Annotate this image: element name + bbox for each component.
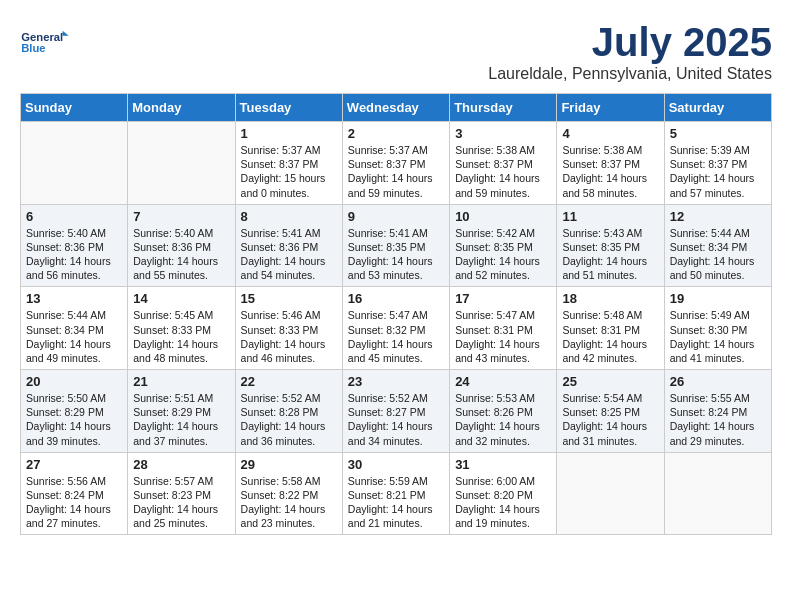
calendar-cell: 29Sunrise: 5:58 AMSunset: 8:22 PMDayligh… — [235, 452, 342, 535]
day-number: 3 — [455, 126, 551, 141]
day-number: 17 — [455, 291, 551, 306]
cell-sunrise: Sunrise: 5:56 AMSunset: 8:24 PMDaylight:… — [26, 475, 111, 530]
day-number: 4 — [562, 126, 658, 141]
calendar-cell: 15Sunrise: 5:46 AMSunset: 8:33 PMDayligh… — [235, 287, 342, 370]
day-number: 14 — [133, 291, 229, 306]
cell-sunrise: Sunrise: 6:00 AMSunset: 8:20 PMDaylight:… — [455, 475, 540, 530]
cell-sunrise: Sunrise: 5:41 AMSunset: 8:36 PMDaylight:… — [241, 227, 326, 282]
calendar-cell: 9Sunrise: 5:41 AMSunset: 8:35 PMDaylight… — [342, 204, 449, 287]
calendar-week-3: 13Sunrise: 5:44 AMSunset: 8:34 PMDayligh… — [21, 287, 772, 370]
calendar-cell: 23Sunrise: 5:52 AMSunset: 8:27 PMDayligh… — [342, 370, 449, 453]
day-number: 10 — [455, 209, 551, 224]
cell-sunrise: Sunrise: 5:48 AMSunset: 8:31 PMDaylight:… — [562, 309, 647, 364]
cell-sunrise: Sunrise: 5:46 AMSunset: 8:33 PMDaylight:… — [241, 309, 326, 364]
day-number: 29 — [241, 457, 337, 472]
day-number: 8 — [241, 209, 337, 224]
day-number: 12 — [670, 209, 766, 224]
calendar-cell: 18Sunrise: 5:48 AMSunset: 8:31 PMDayligh… — [557, 287, 664, 370]
calendar-cell: 14Sunrise: 5:45 AMSunset: 8:33 PMDayligh… — [128, 287, 235, 370]
cell-sunrise: Sunrise: 5:53 AMSunset: 8:26 PMDaylight:… — [455, 392, 540, 447]
cell-sunrise: Sunrise: 5:47 AMSunset: 8:32 PMDaylight:… — [348, 309, 433, 364]
day-number: 5 — [670, 126, 766, 141]
logo: General Blue — [20, 20, 70, 65]
calendar-cell: 1Sunrise: 5:37 AMSunset: 8:37 PMDaylight… — [235, 122, 342, 205]
day-number: 7 — [133, 209, 229, 224]
day-number: 18 — [562, 291, 658, 306]
calendar-week-2: 6Sunrise: 5:40 AMSunset: 8:36 PMDaylight… — [21, 204, 772, 287]
day-number: 24 — [455, 374, 551, 389]
calendar-cell: 3Sunrise: 5:38 AMSunset: 8:37 PMDaylight… — [450, 122, 557, 205]
cell-sunrise: Sunrise: 5:37 AMSunset: 8:37 PMDaylight:… — [348, 144, 433, 199]
calendar-cell: 20Sunrise: 5:50 AMSunset: 8:29 PMDayligh… — [21, 370, 128, 453]
calendar-cell: 13Sunrise: 5:44 AMSunset: 8:34 PMDayligh… — [21, 287, 128, 370]
day-number: 28 — [133, 457, 229, 472]
cell-sunrise: Sunrise: 5:47 AMSunset: 8:31 PMDaylight:… — [455, 309, 540, 364]
cell-sunrise: Sunrise: 5:55 AMSunset: 8:24 PMDaylight:… — [670, 392, 755, 447]
calendar-cell: 4Sunrise: 5:38 AMSunset: 8:37 PMDaylight… — [557, 122, 664, 205]
day-number: 25 — [562, 374, 658, 389]
cell-sunrise: Sunrise: 5:45 AMSunset: 8:33 PMDaylight:… — [133, 309, 218, 364]
day-number: 30 — [348, 457, 444, 472]
day-number: 31 — [455, 457, 551, 472]
month-title: July 2025 — [488, 20, 772, 65]
weekday-header-friday: Friday — [557, 94, 664, 122]
calendar-cell: 12Sunrise: 5:44 AMSunset: 8:34 PMDayligh… — [664, 204, 771, 287]
calendar-cell: 10Sunrise: 5:42 AMSunset: 8:35 PMDayligh… — [450, 204, 557, 287]
cell-sunrise: Sunrise: 5:50 AMSunset: 8:29 PMDaylight:… — [26, 392, 111, 447]
calendar-cell — [664, 452, 771, 535]
cell-sunrise: Sunrise: 5:44 AMSunset: 8:34 PMDaylight:… — [670, 227, 755, 282]
day-number: 27 — [26, 457, 122, 472]
day-number: 6 — [26, 209, 122, 224]
weekday-header-sunday: Sunday — [21, 94, 128, 122]
day-number: 21 — [133, 374, 229, 389]
calendar-cell: 2Sunrise: 5:37 AMSunset: 8:37 PMDaylight… — [342, 122, 449, 205]
calendar-cell: 16Sunrise: 5:47 AMSunset: 8:32 PMDayligh… — [342, 287, 449, 370]
cell-sunrise: Sunrise: 5:40 AMSunset: 8:36 PMDaylight:… — [26, 227, 111, 282]
cell-sunrise: Sunrise: 5:41 AMSunset: 8:35 PMDaylight:… — [348, 227, 433, 282]
cell-sunrise: Sunrise: 5:52 AMSunset: 8:27 PMDaylight:… — [348, 392, 433, 447]
calendar-cell: 19Sunrise: 5:49 AMSunset: 8:30 PMDayligh… — [664, 287, 771, 370]
page-header: General Blue July 2025 Laureldale, Penns… — [20, 20, 772, 83]
svg-text:General: General — [21, 31, 63, 43]
day-number: 15 — [241, 291, 337, 306]
cell-sunrise: Sunrise: 5:40 AMSunset: 8:36 PMDaylight:… — [133, 227, 218, 282]
calendar-week-5: 27Sunrise: 5:56 AMSunset: 8:24 PMDayligh… — [21, 452, 772, 535]
calendar-cell: 27Sunrise: 5:56 AMSunset: 8:24 PMDayligh… — [21, 452, 128, 535]
calendar-cell: 30Sunrise: 5:59 AMSunset: 8:21 PMDayligh… — [342, 452, 449, 535]
cell-sunrise: Sunrise: 5:38 AMSunset: 8:37 PMDaylight:… — [562, 144, 647, 199]
day-number: 11 — [562, 209, 658, 224]
weekday-header-thursday: Thursday — [450, 94, 557, 122]
logo-svg: General Blue — [20, 20, 70, 65]
calendar-cell: 28Sunrise: 5:57 AMSunset: 8:23 PMDayligh… — [128, 452, 235, 535]
title-area: July 2025 Laureldale, Pennsylvania, Unit… — [488, 20, 772, 83]
calendar-cell: 31Sunrise: 6:00 AMSunset: 8:20 PMDayligh… — [450, 452, 557, 535]
calendar-cell: 7Sunrise: 5:40 AMSunset: 8:36 PMDaylight… — [128, 204, 235, 287]
weekday-header-tuesday: Tuesday — [235, 94, 342, 122]
calendar-table: SundayMondayTuesdayWednesdayThursdayFrid… — [20, 93, 772, 535]
cell-sunrise: Sunrise: 5:38 AMSunset: 8:37 PMDaylight:… — [455, 144, 540, 199]
day-number: 1 — [241, 126, 337, 141]
calendar-cell — [557, 452, 664, 535]
weekday-header-wednesday: Wednesday — [342, 94, 449, 122]
weekday-header-monday: Monday — [128, 94, 235, 122]
calendar-cell: 6Sunrise: 5:40 AMSunset: 8:36 PMDaylight… — [21, 204, 128, 287]
day-number: 26 — [670, 374, 766, 389]
day-number: 16 — [348, 291, 444, 306]
calendar-week-4: 20Sunrise: 5:50 AMSunset: 8:29 PMDayligh… — [21, 370, 772, 453]
calendar-cell: 8Sunrise: 5:41 AMSunset: 8:36 PMDaylight… — [235, 204, 342, 287]
day-number: 23 — [348, 374, 444, 389]
day-number: 19 — [670, 291, 766, 306]
calendar-cell: 5Sunrise: 5:39 AMSunset: 8:37 PMDaylight… — [664, 122, 771, 205]
cell-sunrise: Sunrise: 5:44 AMSunset: 8:34 PMDaylight:… — [26, 309, 111, 364]
cell-sunrise: Sunrise: 5:54 AMSunset: 8:25 PMDaylight:… — [562, 392, 647, 447]
location-subtitle: Laureldale, Pennsylvania, United States — [488, 65, 772, 83]
cell-sunrise: Sunrise: 5:59 AMSunset: 8:21 PMDaylight:… — [348, 475, 433, 530]
calendar-cell — [21, 122, 128, 205]
cell-sunrise: Sunrise: 5:39 AMSunset: 8:37 PMDaylight:… — [670, 144, 755, 199]
calendar-cell: 21Sunrise: 5:51 AMSunset: 8:29 PMDayligh… — [128, 370, 235, 453]
cell-sunrise: Sunrise: 5:51 AMSunset: 8:29 PMDaylight:… — [133, 392, 218, 447]
svg-text:Blue: Blue — [21, 42, 45, 54]
svg-marker-1 — [63, 31, 69, 36]
calendar-cell: 24Sunrise: 5:53 AMSunset: 8:26 PMDayligh… — [450, 370, 557, 453]
weekday-header-saturday: Saturday — [664, 94, 771, 122]
